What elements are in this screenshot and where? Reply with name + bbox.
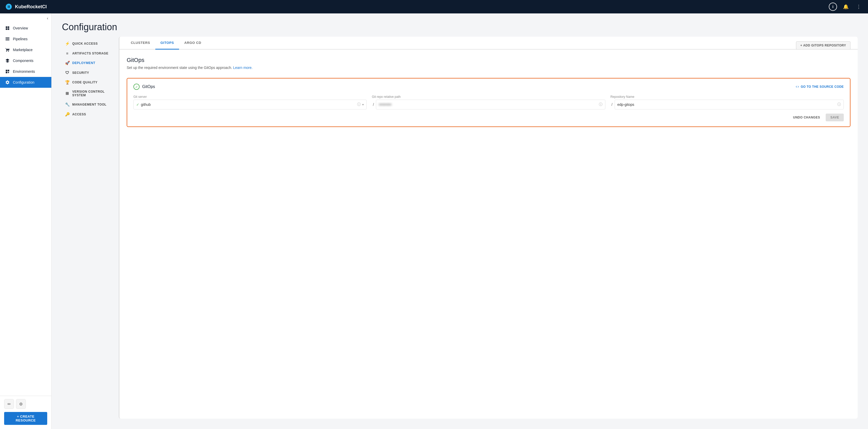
sidebar-item-pipelines[interactable]: Pipelines xyxy=(0,34,51,44)
configuration-icon xyxy=(5,80,10,85)
sidebar-item-marketplace-label: Marketplace xyxy=(13,48,32,52)
config-nav-quick-access[interactable]: ⚡ QUICK ACCESS xyxy=(62,39,119,49)
config-nav-management-tool[interactable]: 🔧 MANAGEMENT TOOL xyxy=(62,100,119,110)
config-nav: ⚡ QUICK ACCESS ≡ ARTIFACTS STORAGE 🚀 DEP… xyxy=(62,37,119,419)
config-nav-version-control-label: VERSION CONTROL SYSTEM xyxy=(72,90,116,97)
deployment-icon: 🚀 xyxy=(65,61,70,65)
navbar: KubeRocketCI i 🔔 ⋮ xyxy=(0,0,868,13)
sidebar-item-environments[interactable]: Environments xyxy=(0,66,51,77)
repository-name-label: Repository Name xyxy=(611,95,844,99)
svg-rect-4 xyxy=(6,37,9,38)
config-nav-security-label: SECURITY xyxy=(72,71,89,74)
config-nav-code-quality-label: CODE QUALITY xyxy=(72,81,97,84)
git-repo-slash: / xyxy=(372,101,375,108)
page-title: Configuration xyxy=(62,22,858,33)
save-button[interactable]: SAVE xyxy=(826,114,844,121)
svg-rect-5 xyxy=(6,39,9,39)
sidebar-item-overview[interactable]: Overview xyxy=(0,23,51,34)
git-repo-input-row: ⓘ xyxy=(376,100,605,110)
sidebar-item-environments-label: Environments xyxy=(13,69,35,73)
add-gitops-repository-button[interactable]: + ADD GITOPS REPOSITORY xyxy=(796,41,850,50)
sidebar: ‹ Overview Pipelines Ma xyxy=(0,13,52,429)
svg-rect-6 xyxy=(6,40,9,40)
repository-name-input[interactable] xyxy=(617,102,836,106)
repository-name-info-icon[interactable]: ⓘ xyxy=(837,102,841,107)
tab-argo-cd[interactable]: ARGO CD xyxy=(179,37,207,50)
git-server-field-group: Git server ✓ ⓘ ▾ xyxy=(133,95,367,110)
app-brand: KubeRocketCI xyxy=(5,3,47,10)
sidebar-collapse-button[interactable]: ‹ xyxy=(47,16,48,21)
edit-icon: ✏ xyxy=(7,402,11,406)
sidebar-nav: Overview Pipelines Marketplace xyxy=(0,22,51,396)
quick-access-icon: ⚡ xyxy=(65,41,70,46)
management-tool-icon: 🔧 xyxy=(65,102,70,107)
config-nav-code-quality[interactable]: 🏆 CODE QUALITY xyxy=(62,78,119,87)
main-content: Configuration ⚡ QUICK ACCESS ≡ ARTIFACTS… xyxy=(52,13,868,429)
config-nav-deployment[interactable]: 🚀 DEPLOYMENT xyxy=(62,58,119,68)
gitops-panel: GitOps Set up the required environment s… xyxy=(120,50,858,134)
git-repo-field-group: Git repo relative path / ⓘ xyxy=(372,95,605,110)
more-button[interactable]: ⋮ xyxy=(855,3,863,11)
config-nav-artifacts-storage[interactable]: ≡ ARTIFACTS STORAGE xyxy=(62,49,119,58)
config-nav-security[interactable]: 🛡 SECURITY xyxy=(62,68,119,78)
marketplace-icon xyxy=(5,48,10,52)
config-nav-management-label: MANAGEMENT TOOL xyxy=(72,103,106,106)
source-code-link[interactable]: GO TO THE SOURCE CODE xyxy=(796,85,844,89)
config-nav-deployment-label: DEPLOYMENT xyxy=(72,61,95,65)
git-server-input[interactable] xyxy=(141,102,355,106)
config-nav-access-label: ACCESS xyxy=(72,113,86,116)
edit-button[interactable]: ✏ xyxy=(4,399,14,409)
undo-changes-button[interactable]: UNDO CHANGES xyxy=(790,114,824,121)
sidebar-item-pipelines-label: Pipelines xyxy=(13,37,28,41)
create-resource-button[interactable]: + CREATE RESOURCE xyxy=(4,412,47,425)
settings-button[interactable]: ⚙ xyxy=(16,399,26,409)
gitops-card-header: ✓ GitOps GO TO THE SOURCE CODE xyxy=(133,84,844,90)
tabs-bar: CLUSTERS GITOPS ARGO CD xyxy=(120,37,858,50)
environments-icon xyxy=(5,69,10,74)
pipelines-icon xyxy=(5,37,10,41)
config-nav-artifacts-label: ARTIFACTS STORAGE xyxy=(72,52,108,55)
gitops-description: Set up the required environment state us… xyxy=(127,66,253,70)
overview-icon xyxy=(5,26,10,30)
sidebar-item-components-label: Components xyxy=(13,59,33,63)
artifacts-storage-icon: ≡ xyxy=(65,51,70,56)
navbar-actions: i 🔔 ⋮ xyxy=(829,3,863,11)
add-gitops-label: + ADD GITOPS REPOSITORY xyxy=(800,43,846,47)
security-icon: 🛡 xyxy=(65,70,70,75)
git-repo-input[interactable] xyxy=(379,102,597,106)
gitops-fields: Git server ✓ ⓘ ▾ Git repo relat xyxy=(133,95,844,110)
repository-name-field-group: Repository Name / ⓘ xyxy=(611,95,844,110)
config-nav-access[interactable]: 🔑 ACCESS xyxy=(62,110,119,119)
version-control-icon: ⊞ xyxy=(65,91,70,96)
git-repo-label: Git repo relative path xyxy=(372,95,605,99)
git-server-dropdown-arrow[interactable]: ▾ xyxy=(362,103,364,106)
code-quality-icon: 🏆 xyxy=(65,80,70,85)
sidebar-footer: ✏ ⚙ + CREATE RESOURCE xyxy=(0,396,51,429)
sidebar-item-components[interactable]: Components xyxy=(0,55,51,66)
git-repo-info-icon[interactable]: ⓘ xyxy=(599,102,602,107)
tab-clusters[interactable]: CLUSTERS xyxy=(126,37,155,50)
gitops-card: ✓ GitOps GO TO THE SOURCE CODE Gi xyxy=(127,78,850,127)
content-area: ⚡ QUICK ACCESS ≡ ARTIFACTS STORAGE 🚀 DEP… xyxy=(52,37,868,429)
info-button[interactable]: i xyxy=(829,3,837,11)
svg-rect-0 xyxy=(6,26,7,28)
tab-gitops[interactable]: GITOPS xyxy=(155,37,179,50)
page-header: Configuration xyxy=(52,13,868,37)
notifications-button[interactable]: 🔔 xyxy=(842,3,850,11)
sidebar-item-marketplace[interactable]: Marketplace xyxy=(0,44,51,55)
config-nav-quick-access-label: QUICK ACCESS xyxy=(72,42,98,45)
git-server-info-icon[interactable]: ⓘ xyxy=(357,102,361,107)
rocket-icon xyxy=(5,3,12,10)
svg-rect-1 xyxy=(8,26,9,28)
sidebar-item-configuration[interactable]: Configuration xyxy=(0,77,51,88)
status-check-icon: ✓ xyxy=(133,84,140,90)
tab-content: CLUSTERS GITOPS ARGO CD GitOps xyxy=(119,37,858,419)
source-code-icon xyxy=(796,85,799,89)
config-nav-version-control[interactable]: ⊞ VERSION CONTROL SYSTEM xyxy=(62,87,119,100)
components-icon xyxy=(5,58,10,63)
git-server-label: Git server xyxy=(133,95,367,99)
settings-icon: ⚙ xyxy=(19,402,23,406)
app-title: KubeRocketCI xyxy=(15,4,47,9)
svg-rect-3 xyxy=(8,28,9,30)
learn-more-link[interactable]: Learn more. xyxy=(233,66,252,70)
